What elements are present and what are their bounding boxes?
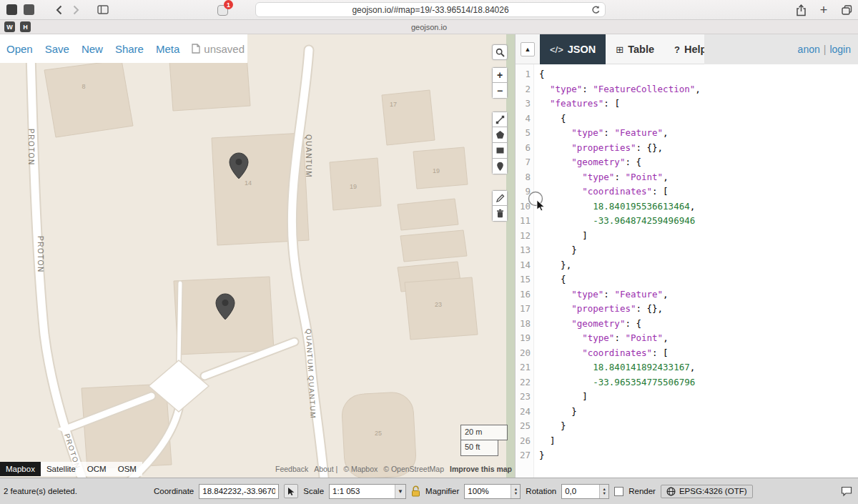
feedback-link[interactable]: Feedback bbox=[275, 465, 308, 473]
app-icon[interactable] bbox=[3, 2, 20, 18]
back-icon[interactable] bbox=[50, 2, 67, 18]
code-line[interactable]: "type": "Point", bbox=[539, 170, 858, 185]
app-icon-2[interactable] bbox=[20, 2, 37, 18]
code-line[interactable]: "type": "FeatureCollection", bbox=[539, 82, 858, 97]
spinner-arrows-icon[interactable]: ▲▼ bbox=[511, 485, 520, 498]
basemap-osm[interactable]: OSM bbox=[112, 462, 142, 476]
edit-feature-button[interactable] bbox=[492, 190, 508, 206]
code-line[interactable]: "properties": {}, bbox=[539, 302, 858, 317]
login-link[interactable]: login bbox=[829, 44, 851, 55]
osm-attribution: © OpenStreetMap bbox=[383, 465, 444, 473]
code-line[interactable]: } bbox=[539, 405, 858, 420]
code-line[interactable]: ] bbox=[539, 434, 858, 449]
code-line[interactable]: "properties": {}, bbox=[539, 141, 858, 156]
magnifier-spinbox[interactable]: ▲▼ bbox=[464, 484, 521, 499]
scale-lock-icon[interactable] bbox=[411, 485, 420, 497]
sidebar-icon[interactable] bbox=[94, 2, 112, 18]
code-line[interactable]: "type": "Feature", bbox=[539, 126, 858, 141]
line-number: 14 bbox=[516, 258, 531, 273]
draw-line-button[interactable] bbox=[492, 112, 508, 127]
vegetation-strip bbox=[506, 34, 515, 478]
code-line[interactable]: { bbox=[539, 272, 858, 287]
zoom-out-button[interactable]: − bbox=[492, 83, 508, 99]
chevron-down-icon[interactable]: ▼ bbox=[395, 485, 405, 498]
json-editor[interactable]: 1234567891011121314151617181920212223242… bbox=[516, 64, 858, 478]
basemap-ocm[interactable]: OCM bbox=[82, 462, 112, 476]
editor-pane: ▲ </> JSON ⊞ Table ? Help anon | login bbox=[515, 34, 858, 478]
mouse-position-button[interactable] bbox=[284, 484, 298, 498]
draw-marker-button[interactable] bbox=[492, 159, 508, 174]
code-line[interactable]: { bbox=[539, 112, 858, 127]
crs-button[interactable]: EPSG:4326 (OTF) bbox=[661, 485, 753, 498]
active-tab-title[interactable]: geojson.io bbox=[411, 23, 447, 31]
code-line[interactable]: -33.965354775506796 bbox=[539, 375, 858, 390]
address-bar[interactable]: geojson.io/#map=19/-33.96514/18.84026 bbox=[255, 2, 606, 17]
delete-feature-button[interactable] bbox=[492, 206, 508, 222]
pinned-tab-w[interactable]: W bbox=[4, 21, 15, 32]
line-number: 18 bbox=[516, 317, 531, 332]
code-line[interactable]: ] bbox=[539, 229, 858, 244]
draw-rectangle-button[interactable] bbox=[492, 143, 508, 159]
zoom-in-button[interactable]: + bbox=[492, 67, 508, 83]
code-line[interactable]: 18.840195536613464, bbox=[539, 199, 858, 214]
about-link[interactable]: About | bbox=[314, 465, 337, 473]
code-line[interactable]: "coordinates": [ bbox=[539, 184, 858, 199]
code-line[interactable]: "geometry": { bbox=[539, 155, 858, 170]
code-line[interactable]: } bbox=[539, 448, 858, 463]
menu-share[interactable]: Share bbox=[115, 43, 144, 55]
tab-json[interactable]: </> JSON bbox=[540, 34, 606, 64]
rotation-input[interactable] bbox=[562, 485, 599, 498]
scale-combo[interactable]: 1:1 053 ▼ bbox=[329, 484, 406, 499]
status-message: 2 feature(s) deleted. bbox=[4, 487, 149, 495]
menu-new[interactable]: New bbox=[82, 43, 103, 55]
globe-icon bbox=[666, 487, 676, 496]
tab-table[interactable]: ⊞ Table bbox=[606, 34, 664, 64]
code-line[interactable]: "type": "Point", bbox=[539, 331, 858, 346]
tab-json-label: JSON bbox=[568, 44, 596, 55]
line-number: 2 bbox=[516, 82, 531, 97]
code-line[interactable]: 18.840141892433167, bbox=[539, 360, 858, 375]
json-editor-gutter: 1234567891011121314151617181920212223242… bbox=[516, 64, 534, 478]
log-messages-icon[interactable] bbox=[841, 486, 854, 497]
street-label-proton-mid: PROTON bbox=[36, 236, 44, 273]
basemap-mapbox[interactable]: Mapbox bbox=[0, 462, 41, 476]
code-line[interactable]: "type": "Feature", bbox=[539, 287, 858, 302]
code-line[interactable]: -33.964874259496946 bbox=[539, 214, 858, 229]
improve-map-link[interactable]: Improve this map bbox=[450, 465, 512, 473]
share-icon[interactable] bbox=[792, 2, 809, 18]
magnifier-input[interactable] bbox=[465, 485, 511, 498]
code-line[interactable]: } bbox=[539, 419, 858, 434]
code-line[interactable]: } bbox=[539, 243, 858, 258]
basemap-satellite[interactable]: Satellite bbox=[41, 462, 82, 476]
code-line[interactable]: "geometry": { bbox=[539, 317, 858, 332]
code-line[interactable]: "coordinates": [ bbox=[539, 346, 858, 361]
reload-icon[interactable] bbox=[591, 5, 601, 18]
panel-collapse-button[interactable]: ▲ bbox=[521, 42, 535, 56]
pinned-tab-h[interactable]: H bbox=[20, 21, 31, 32]
search-button[interactable] bbox=[492, 44, 508, 60]
code-line[interactable]: { bbox=[539, 67, 858, 82]
code-line[interactable]: }, bbox=[539, 258, 858, 273]
forward-icon[interactable] bbox=[67, 2, 84, 18]
coordinate-input[interactable] bbox=[199, 484, 279, 499]
render-checkbox[interactable] bbox=[614, 487, 623, 496]
line-number: 12 bbox=[516, 229, 531, 244]
menu-save[interactable]: Save bbox=[45, 43, 69, 55]
map-pane[interactable]: PROTON PROTON PROTON QUANTUM QUANTUM QUA… bbox=[0, 34, 515, 478]
tab-overview-icon[interactable] bbox=[838, 2, 855, 18]
line-number: 11 bbox=[516, 214, 531, 229]
code-line[interactable]: ] bbox=[539, 390, 858, 405]
menu-meta[interactable]: Meta bbox=[156, 43, 179, 55]
spinner-arrows-icon[interactable]: ▲▼ bbox=[599, 485, 608, 498]
code-line[interactable]: "features": [ bbox=[539, 97, 858, 112]
polygon-tool-icon bbox=[495, 130, 505, 139]
map-canvas[interactable]: PROTON PROTON PROTON QUANTUM QUANTUM QUA… bbox=[0, 34, 515, 478]
anon-link[interactable]: anon bbox=[798, 44, 820, 55]
draw-polygon-button[interactable] bbox=[492, 127, 508, 143]
json-editor-lines[interactable]: { "type": "FeatureCollection", "features… bbox=[534, 64, 858, 478]
extension-icon[interactable]: 1 bbox=[216, 1, 232, 17]
rotation-spinbox[interactable]: ▲▼ bbox=[561, 484, 609, 499]
new-tab-icon[interactable]: + bbox=[815, 2, 832, 18]
building-label: 23 bbox=[435, 301, 442, 308]
menu-open[interactable]: Open bbox=[6, 43, 33, 55]
